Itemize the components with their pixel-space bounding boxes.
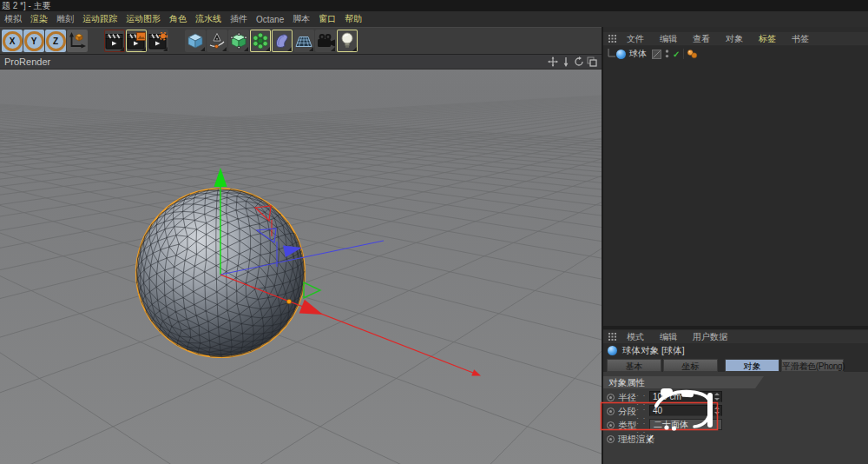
camera-icon — [315, 33, 336, 49]
deformer-icon — [273, 32, 291, 50]
workplane-button[interactable] — [67, 30, 88, 52]
viewport-header: ProRender — [0, 55, 602, 70]
menu-octane[interactable]: Octane — [252, 15, 288, 24]
menu-mograph[interactable]: 运动图形 — [122, 13, 165, 25]
toggle-view-icon[interactable] — [587, 56, 597, 67]
om-menu-file[interactable]: 文件 — [619, 33, 652, 45]
am-menu-mode[interactable]: 模式 — [619, 331, 652, 343]
spinner-icon[interactable] — [714, 393, 720, 401]
menu-script[interactable]: 脚本 — [288, 13, 314, 25]
property-row-radius: 半径 · · · · 100 cm — [607, 391, 863, 404]
section-header[interactable]: 对象属性 — [603, 376, 764, 388]
keyframe-dot-icon[interactable] — [607, 394, 615, 401]
column-divider — [683, 49, 684, 59]
panel-menu-icon[interactable] — [608, 333, 616, 341]
attribute-header-title: 球体对象 [球体] — [622, 345, 685, 357]
om-menu-objects[interactable]: 对象 — [718, 33, 751, 45]
mograph-cloner-button[interactable] — [250, 30, 271, 52]
om-menu-tags[interactable]: 标签 — [751, 33, 784, 45]
panel-menu-icon[interactable] — [608, 35, 616, 43]
menu-render[interactable]: 渲染 — [26, 13, 52, 25]
menu-character[interactable]: 角色 — [165, 13, 191, 25]
segments-field[interactable]: 40 — [649, 405, 722, 416]
am-menu-edit[interactable]: 编辑 — [652, 331, 685, 343]
object-row-sphere[interactable]: 球体 ✓ — [605, 48, 698, 60]
keyframe-dot-icon[interactable] — [607, 421, 615, 429]
render-view-icon — [105, 32, 124, 50]
property-label: 半径 — [618, 392, 636, 404]
rotate-icon[interactable] — [574, 56, 584, 67]
radius-field[interactable]: 100 cm — [649, 391, 722, 402]
keyframe-dot-icon[interactable] — [607, 435, 615, 443]
tab-basic[interactable]: 基本 — [607, 359, 661, 372]
layer-swatch-icon[interactable] — [652, 50, 661, 59]
object-name[interactable]: 球体 — [629, 48, 647, 60]
pan-icon[interactable] — [548, 56, 558, 67]
floor-grid-icon — [294, 33, 313, 49]
phong-tag-icon[interactable] — [687, 49, 698, 59]
om-menu-view[interactable]: 查看 — [685, 33, 718, 45]
property-label: 类型 — [618, 420, 636, 432]
visibility-dots-icon[interactable] — [664, 49, 670, 59]
render-picture-viewer-button[interactable] — [126, 30, 147, 52]
property-row-type: 类型 · · · · 二十面体 — [607, 419, 863, 432]
om-menu-edit[interactable]: 编辑 — [652, 33, 685, 45]
enabled-check-icon[interactable]: ✓ — [673, 50, 680, 59]
am-menu-user-data[interactable]: 用户数据 — [685, 331, 735, 343]
tab-coordinates[interactable]: 坐标 — [663, 359, 718, 372]
right-panel: 文件 编辑 查看 对象 标签 书签 球体 ✓ — [602, 27, 868, 464]
viewport[interactable]: ProRender — [0, 55, 602, 464]
camera-button[interactable] — [315, 30, 336, 52]
object-tree[interactable]: 球体 ✓ — [603, 46, 868, 326]
type-dropdown[interactable]: 二十面体 — [649, 419, 722, 430]
tab-phong[interactable]: 平滑着色(Phong) — [781, 359, 844, 372]
sphere-object-icon — [616, 50, 626, 59]
cloner-flower-icon — [252, 32, 269, 50]
panel-divider[interactable] — [603, 326, 868, 329]
menu-plugins[interactable]: 插件 — [226, 13, 252, 25]
renderer-label: ProRender — [4, 56, 50, 67]
viewport-canvas[interactable] — [0, 55, 602, 464]
subdivision-surface-button[interactable] — [228, 30, 249, 52]
lock-x-icon: X — [3, 31, 23, 51]
pen-icon — [208, 32, 226, 50]
radius-value: 100 cm — [653, 392, 681, 401]
axis-icon — [68, 31, 87, 50]
lock-z-button[interactable]: Z — [45, 30, 66, 52]
menu-pipeline[interactable]: 流水线 — [191, 13, 226, 25]
property-label: 分段 — [618, 406, 636, 418]
deformer-button[interactable] — [272, 30, 293, 52]
attribute-content: 对象属性 半径 · · · · 100 cm 分段 · · · · 40 类型 … — [603, 372, 868, 464]
spinner-icon[interactable] — [714, 407, 720, 414]
menu-sculpt[interactable]: 雕刻 — [52, 13, 78, 25]
property-row-render-perfect: 理想渲染 ✓ — [607, 433, 863, 446]
light-bulb-icon — [339, 31, 356, 50]
window-title: 题 2 *] - 主要 — [2, 1, 51, 10]
tab-object[interactable]: 对象 — [725, 359, 779, 372]
lock-y-icon: Y — [24, 31, 44, 51]
environment-floor-button[interactable] — [293, 30, 314, 52]
menu-motion-tracker[interactable]: 运动跟踪 — [78, 13, 122, 25]
attribute-manager-menu: 模式 编辑 用户数据 — [603, 330, 868, 343]
menu-simulate[interactable]: 模拟 — [0, 13, 26, 25]
lock-x-button[interactable]: X — [2, 30, 23, 52]
object-manager-menu: 文件 编辑 查看 对象 标签 书签 — [603, 32, 868, 45]
render-settings-icon — [148, 32, 168, 50]
light-button[interactable] — [337, 30, 358, 52]
om-menu-bookmarks[interactable]: 书签 — [784, 33, 817, 45]
render-perfect-checkbox[interactable]: ✓ — [647, 433, 654, 444]
type-value: 二十面体 — [654, 420, 688, 429]
primitive-cube-button[interactable] — [185, 30, 206, 52]
render-view-button[interactable] — [104, 30, 125, 52]
viewport-controls — [548, 56, 597, 67]
cube-icon — [187, 32, 204, 50]
menu-window[interactable]: 窗口 — [314, 13, 340, 25]
title-bar: 题 2 *] - 主要 — [0, 0, 868, 11]
menu-help[interactable]: 帮助 — [340, 13, 366, 25]
keyframe-dot-icon[interactable] — [607, 408, 615, 415]
spline-pen-button[interactable] — [207, 30, 227, 52]
dolly-icon[interactable] — [561, 56, 571, 67]
lock-y-button[interactable]: Y — [23, 30, 44, 52]
render-settings-button[interactable] — [148, 30, 168, 52]
render-picture-viewer-icon — [127, 32, 146, 50]
